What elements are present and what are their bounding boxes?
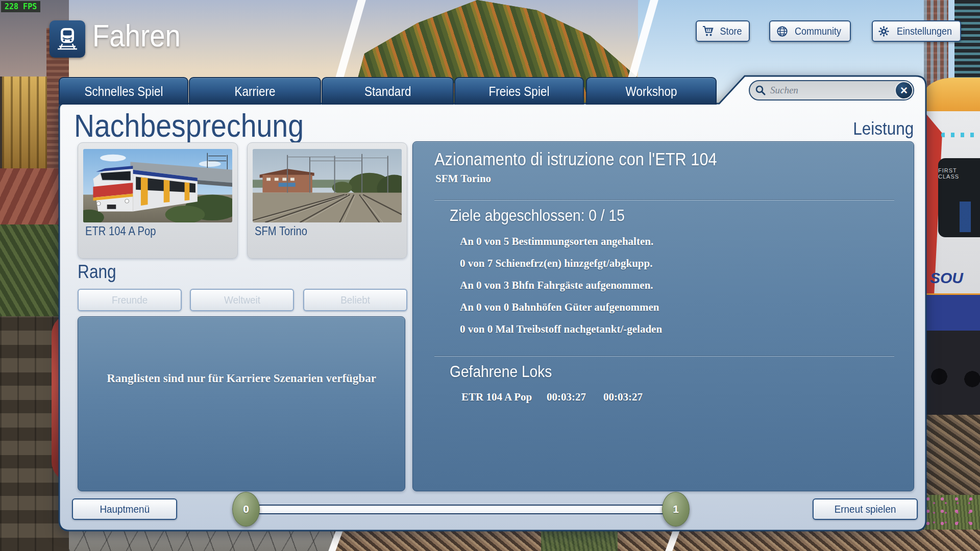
rank-worldwide-button[interactable]: Weltweit: [190, 289, 294, 311]
background-train-right: FIRST CLASS SOU: [924, 0, 980, 551]
close-icon: ✕: [900, 85, 908, 96]
train-dot-band: [941, 133, 977, 137]
tab-freies-spiel[interactable]: Freies Spiel: [454, 77, 584, 105]
scenario-title: Azionamento di istruzione con l'ETR 104: [434, 149, 755, 169]
rank-popular-button[interactable]: Beliebt: [303, 289, 407, 311]
leaderboard-empty-message: Ranglisten sind nur für Karriere Szenari…: [78, 372, 405, 385]
loco-time-driven: 00:03:27: [547, 391, 586, 404]
train-livery-text: FIRST CLASS: [938, 167, 977, 180]
community-button[interactable]: Community: [769, 20, 851, 42]
rank-heading: Rang: [78, 261, 121, 283]
train-icon: [55, 27, 80, 52]
thumb-label: ETR 104 A Pop: [85, 224, 165, 238]
thumb-route[interactable]: SFM Torino: [247, 142, 407, 259]
app-title: Fahren: [92, 17, 192, 54]
search-box: ✕: [749, 80, 914, 101]
train-carriage-side: FIRST CLASS SOU: [924, 111, 980, 331]
train-seats: [945, 202, 977, 232]
performance-label: Leistung: [761, 118, 914, 139]
loco-time-total: 00:03:27: [603, 391, 643, 404]
tab-workshop[interactable]: Workshop: [586, 77, 717, 105]
globe-icon: [776, 26, 788, 37]
slider-knob-min[interactable]: 0: [232, 492, 260, 527]
train-simulator-menu-screen: FIRST CLASS SOU 228 FPS: [0, 0, 980, 551]
slider-max-value: 1: [673, 503, 679, 515]
train-bogies: [924, 331, 980, 415]
objective-item: 0 von 0 Mal Treibstoff nachgetankt/-gela…: [460, 323, 662, 336]
page-title: Nachbesprechung: [74, 107, 335, 144]
tab-label: Standard: [364, 84, 411, 99]
fps-counter: 228 FPS: [1, 1, 40, 12]
tab-label: Workshop: [626, 84, 677, 99]
thumb-loco[interactable]: ETR 104 A Pop: [78, 142, 238, 259]
search-icon: [755, 85, 766, 96]
train-blue-skirt: [924, 293, 980, 331]
tab-schnelles-spiel[interactable]: Schnelles Spiel: [59, 77, 188, 105]
train-livery-text: SOU: [930, 269, 963, 287]
thumb-label: SFM Torino: [255, 224, 314, 238]
store-label: Store: [720, 26, 742, 37]
page-slider-track[interactable]: [240, 505, 681, 514]
slider-knob-max[interactable]: 1: [662, 492, 690, 527]
tab-standard[interactable]: Standard: [322, 77, 454, 105]
store-button[interactable]: Store: [696, 20, 750, 42]
objective-item: An 0 von 3 Bhfn Fahrgäste aufgenommen.: [460, 279, 653, 292]
tab-karriere[interactable]: Karriere: [189, 77, 321, 105]
train-roof-band: [924, 78, 980, 114]
gear-icon: [878, 26, 890, 37]
rank-friends-button[interactable]: Freunde: [78, 289, 182, 311]
loco-thumbnail-image: [83, 149, 232, 222]
loco-name: ETR 104 A Pop: [461, 391, 532, 404]
settings-label: Einstellungen: [897, 26, 952, 37]
main-menu-button[interactable]: Hauptmenü: [72, 498, 177, 520]
divider: [434, 356, 894, 357]
settings-button[interactable]: Einstellungen: [872, 20, 961, 42]
route-thumbnail-image: [253, 149, 402, 222]
objectives-heading: Ziele abgeschlossen: 0 / 15: [450, 206, 649, 225]
lit-castle: [2, 77, 47, 168]
clear-search-button[interactable]: ✕: [895, 81, 913, 99]
slider-min-value: 0: [243, 503, 249, 515]
replay-button[interactable]: Erneut spielen: [813, 498, 918, 520]
tab-label: Karriere: [234, 84, 275, 99]
objective-item: 0 von 7 Schienefrz(en) hinzgefgt/abgkupp…: [460, 257, 652, 270]
cart-icon: [702, 26, 715, 37]
community-label: Community: [795, 26, 841, 37]
track-ballast: [924, 415, 980, 502]
search-input[interactable]: [769, 84, 895, 96]
app-logo: [50, 20, 85, 58]
tab-label: Freies Spiel: [489, 84, 550, 99]
tab-label: Schnelles Spiel: [84, 84, 163, 99]
debrief-panel: Azionamento di istruzione con l'ETR 104 …: [412, 141, 914, 491]
objective-item: An 0 von 5 Bestimmungsorten angehalten.: [460, 235, 653, 248]
scenario-route: SFM Torino: [435, 172, 491, 185]
train-window-band: FIRST CLASS: [938, 158, 980, 237]
objective-item: An 0 von 0 Bahnhöfen Güter aufgenommen: [460, 301, 659, 314]
driven-locos-heading: Gefahrene Loks: [450, 362, 566, 381]
leaderboard-panel: Ranglisten sind nur für Karriere Szenari…: [78, 316, 405, 491]
divider: [434, 200, 894, 201]
